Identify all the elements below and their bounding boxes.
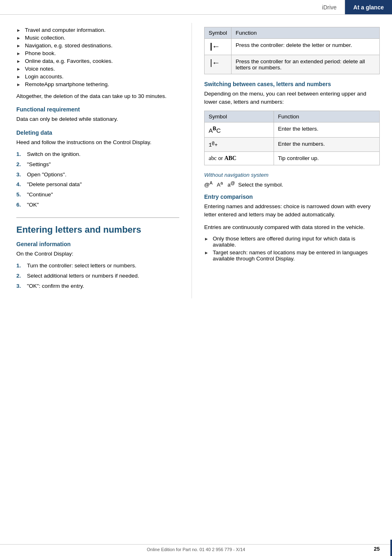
without-nav-text: @A Aa a@ Select the symbol. bbox=[204, 180, 380, 188]
step-text: "OK" bbox=[27, 201, 39, 209]
table-row: 1@+ Enter the numbers. bbox=[205, 137, 380, 151]
list-item: 1. Turn the controller: select letters o… bbox=[16, 262, 179, 270]
step-number: 1. bbox=[16, 151, 24, 158]
switching-heading: Switching between cases, letters and num… bbox=[204, 81, 380, 87]
list-item: 5. "Continue" bbox=[16, 191, 179, 199]
abc-upper-bold-symbol: ABC bbox=[224, 155, 236, 161]
step-number: 2. bbox=[16, 272, 24, 280]
left-column: ► Travel and computer information. ► Mus… bbox=[0, 23, 192, 298]
list-item: ► RemoteApp smartphone tethering. bbox=[16, 81, 179, 87]
step-text: "Continue" bbox=[27, 191, 53, 199]
bullet-icon: ► bbox=[204, 236, 209, 241]
entry-comparison-bullets: ► Only those letters are offered during … bbox=[204, 236, 380, 262]
list-item: 3. "OK": confirm the entry. bbox=[16, 282, 179, 290]
table-row: |← Press the controller for an extended … bbox=[205, 55, 380, 74]
step-text: Select additional letters or numbers if … bbox=[27, 272, 139, 280]
step-text: "Delete personal data" bbox=[27, 181, 82, 189]
step-text: Open "Options". bbox=[27, 171, 67, 179]
switching-intro: Depending on the menu, you can reel betw… bbox=[204, 90, 380, 107]
table-header-function: Function bbox=[274, 111, 379, 122]
list-item: ► Voice notes. bbox=[16, 66, 179, 72]
table-row: ABC Enter the letters. bbox=[205, 122, 380, 137]
main-content: ► Travel and computer information. ► Mus… bbox=[0, 15, 392, 298]
table-row: abc or ABC Tip controller up. bbox=[205, 151, 380, 165]
bullet-icon: ► bbox=[16, 82, 21, 87]
step-text: Switch on the ignition. bbox=[27, 151, 80, 158]
page-footer: Online Edition for Part no. 01 40 2 956 … bbox=[0, 544, 392, 552]
bullet-icon: ► bbox=[16, 51, 21, 56]
list-item: ► Target search: names of locations may … bbox=[204, 249, 380, 262]
footer-text: Online Edition for Part no. 01 40 2 956 … bbox=[147, 547, 245, 552]
functional-requirement-text: Data can only be deleted while stationar… bbox=[16, 115, 179, 123]
page-header: iDrive At a glance bbox=[0, 0, 392, 15]
step-number: 3. bbox=[16, 282, 24, 290]
step-number: 1. bbox=[16, 262, 24, 270]
page-number: 25 bbox=[374, 546, 380, 552]
step-number: 3. bbox=[16, 171, 24, 179]
nav-symbol-a: a@ bbox=[226, 182, 235, 188]
step-number: 2. bbox=[16, 161, 24, 169]
entry-comparison-p1: Entering names and addresses: choice is … bbox=[204, 202, 380, 219]
list-item: 2. "Settings" bbox=[16, 161, 179, 169]
list-item: ► Only those letters are offered during … bbox=[204, 236, 380, 248]
step-text: "OK": confirm the entry. bbox=[27, 282, 84, 290]
list-item: ► Travel and computer information. bbox=[16, 27, 179, 33]
list-item: 2. Select additional letters or numbers … bbox=[16, 272, 179, 280]
list-item: 4. "Delete personal data" bbox=[16, 181, 179, 189]
table-header-symbol: Symbol bbox=[205, 111, 274, 122]
nav-symbol-at: @A bbox=[204, 182, 212, 188]
table-row: |← Press the controller: delete the lett… bbox=[205, 39, 380, 55]
list-item: 1. Switch on the ignition. bbox=[16, 151, 179, 158]
bullet-icon: ► bbox=[16, 36, 21, 40]
bullet-icon: ► bbox=[16, 74, 21, 79]
step-text: "Settings" bbox=[27, 161, 51, 169]
bullet-icon: ► bbox=[16, 28, 21, 33]
deleting-steps-list: 1. Switch on the ignition. 2. "Settings"… bbox=[16, 151, 179, 209]
entry-comparison-heading: Entry comparison bbox=[204, 193, 380, 200]
bullet-icon: ► bbox=[204, 250, 209, 255]
symbol-cell: 1@+ bbox=[205, 137, 274, 151]
deleting-data-heading: Deleting data bbox=[16, 129, 179, 136]
function-cell: Tip controller up. bbox=[274, 151, 379, 165]
entry-comparison-p2: Entries are continuously compared with d… bbox=[204, 223, 380, 231]
right-column: Symbol Function |← Press the controller:… bbox=[192, 23, 392, 298]
page-divider bbox=[390, 540, 392, 556]
functional-requirement-heading: Functional requirement bbox=[16, 106, 179, 113]
letters-numbers-table: Symbol Function ABC Enter the letters. 1… bbox=[204, 111, 380, 165]
symbol-cell: ABC bbox=[205, 122, 274, 137]
list-item: ► Online data, e.g. Favorites, cookies. bbox=[16, 58, 179, 64]
step-text: Turn the controller: select letters or n… bbox=[27, 262, 136, 270]
function-cell: Press the controller: delete the letter … bbox=[232, 39, 380, 55]
delete-symbol-table: Symbol Function |← Press the controller:… bbox=[204, 27, 380, 74]
general-info-heading: General information bbox=[16, 241, 179, 247]
bullet-list: ► Travel and computer information. ► Mus… bbox=[16, 27, 179, 87]
delete-symbol-2: |← bbox=[209, 58, 218, 68]
list-item: ► Navigation, e.g. stored destinations. bbox=[16, 42, 179, 49]
step-number: 6. bbox=[16, 201, 24, 209]
bullet-icon: ► bbox=[16, 43, 21, 48]
entering-letters-heading: Entering letters and numbers bbox=[16, 217, 179, 235]
number-symbol: 1@+ bbox=[209, 142, 218, 148]
list-item: ► Login accounts. bbox=[16, 73, 179, 80]
list-item: 6. "OK" bbox=[16, 201, 179, 209]
header-at-a-glance-label: At a glance bbox=[345, 0, 392, 14]
header-idrive-label: iDrive bbox=[314, 0, 345, 14]
symbol-cell: |← bbox=[205, 55, 232, 74]
bullet-icon: ► bbox=[16, 59, 21, 64]
without-nav-section: Without navigation system @A Aa a@ Selec… bbox=[204, 172, 380, 188]
abc-upper-symbol: ABC bbox=[209, 127, 221, 134]
deletion-note: Altogether, the deletion of the data can… bbox=[16, 92, 179, 100]
function-cell: Enter the numbers. bbox=[274, 137, 379, 151]
list-item: 3. Open "Options". bbox=[16, 171, 179, 179]
general-info-steps-list: 1. Turn the controller: select letters o… bbox=[16, 262, 179, 290]
function-cell: Press the controller for an extended per… bbox=[232, 55, 380, 74]
table-header-symbol: Symbol bbox=[205, 27, 232, 39]
symbol-cell: abc or ABC bbox=[205, 151, 274, 165]
table-header-function: Function bbox=[232, 27, 380, 39]
function-cell: Enter the letters. bbox=[274, 122, 379, 137]
without-nav-select-text: Select the symbol. bbox=[238, 182, 283, 188]
bullet-icon: ► bbox=[16, 67, 21, 71]
step-number: 5. bbox=[16, 191, 24, 199]
general-info-intro: On the Control Display: bbox=[16, 250, 179, 258]
deleting-data-text: Heed and follow the instructions on the … bbox=[16, 138, 179, 147]
